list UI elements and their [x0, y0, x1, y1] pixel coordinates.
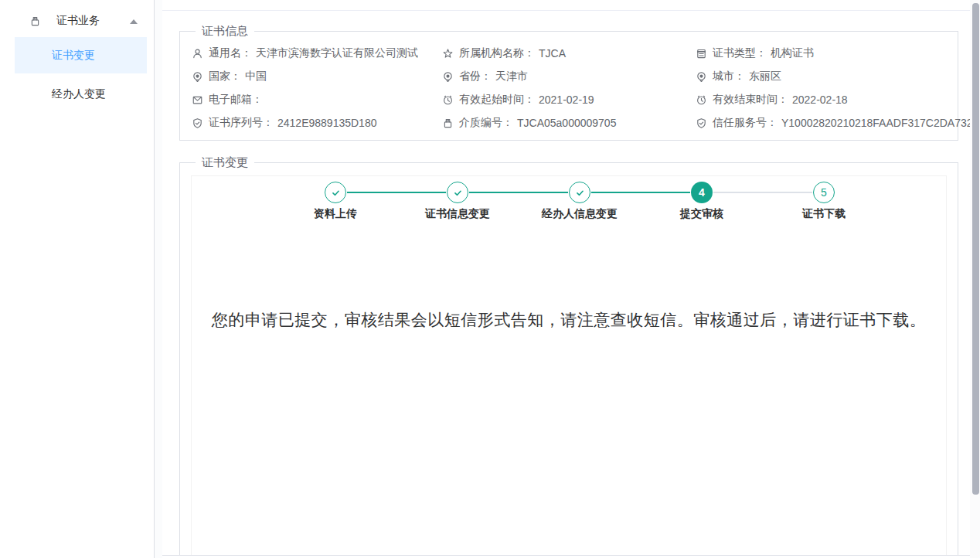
field-label: 城市：	[713, 70, 745, 83]
field-label: 信任服务号：	[713, 116, 778, 130]
field-label: 证书类型：	[713, 46, 767, 60]
step-content-box: 资料上传 证书信息变更 经办人信息变更	[191, 175, 947, 556]
sidebar-item-cert-change[interactable]: 证书变更	[15, 37, 147, 73]
memo-icon	[696, 48, 707, 60]
step-agent-info-change: 经办人信息变更	[519, 182, 641, 221]
step-number-badge: 4	[691, 182, 713, 203]
step-label: 提交审核	[680, 207, 723, 221]
cert-info-grid: 通用名： 天津市滨海数字认证有限公司测试 所属机构名称： TJCA 证书类型： …	[180, 39, 958, 134]
vertical-scrollbar-thumb[interactable]	[972, 3, 979, 495]
field-value: 机构证书	[771, 46, 814, 60]
field-value: 2412E9889135D180	[277, 117, 376, 129]
field-label: 所属机构名称：	[459, 46, 535, 60]
field-value: 天津市滨海数字认证有限公司测试	[256, 46, 418, 60]
submit-result-message: 您的申请已提交，审核结果会以短信形式告知，请注意查收短信。审核通过后，请进行证书…	[192, 309, 946, 331]
clock-icon	[696, 94, 707, 106]
mail-icon	[192, 94, 203, 106]
step-done-icon	[325, 182, 346, 203]
field-value: Y10002820210218FAADF317C2DA7326	[781, 117, 971, 129]
field-value: 中国	[245, 70, 267, 83]
field-serial-number: 证书序列号： 2412E9889135D180	[192, 111, 442, 134]
field-label: 证书序列号：	[209, 116, 274, 130]
cert-change-legend: 证书变更	[196, 155, 254, 170]
sidebar-group-cert-business[interactable]: 证书业务	[0, 7, 154, 35]
step-label: 证书下载	[802, 207, 846, 221]
step-label: 经办人信息变更	[542, 207, 618, 221]
field-label: 电子邮箱：	[209, 93, 263, 107]
field-label: 省份：	[459, 70, 492, 83]
usb-icon	[442, 117, 454, 129]
cert-info-legend: 证书信息	[196, 24, 254, 39]
vertical-scrollbar-track[interactable]	[970, 0, 980, 558]
sidebar-item-label: 证书变更	[52, 49, 95, 63]
progress-stepper: 资料上传 证书信息变更 经办人信息变更	[274, 182, 885, 221]
usb-icon	[29, 15, 41, 27]
step-upload: 资料上传	[274, 182, 396, 221]
user-icon	[192, 48, 203, 60]
sidebar-group-label: 证书业务	[56, 14, 100, 28]
step-done-icon	[447, 182, 468, 203]
location-pin-icon	[696, 71, 707, 83]
star-icon	[442, 48, 454, 60]
field-value: 天津市	[495, 70, 528, 83]
step-cert-info-change: 证书信息变更	[396, 182, 519, 221]
clock-icon	[442, 94, 454, 106]
field-city: 城市： 东丽区	[696, 65, 971, 88]
field-email: 电子邮箱：	[192, 88, 442, 111]
field-media-number: 介质编号： TJCA05a000009705	[442, 111, 696, 134]
content-gap	[155, 0, 162, 558]
step-submit-review: 4 提交审核	[641, 182, 763, 221]
shield-check-icon	[192, 117, 203, 129]
cert-info-section: 证书信息 通用名： 天津市滨海数字认证有限公司测试 所属机构名称： TJCA	[179, 24, 958, 141]
sidebar-item-agent-change[interactable]: 经办人变更	[15, 76, 147, 112]
step-done-icon	[569, 182, 590, 203]
step-label: 资料上传	[314, 207, 357, 221]
field-cert-type: 证书类型： 机构证书	[696, 42, 971, 65]
field-trust-service-number: 信任服务号： Y10002820210218FAADF317C2DA7326	[696, 111, 971, 134]
field-value: TJCA	[539, 47, 566, 60]
field-label: 有效结束时间：	[713, 93, 788, 107]
field-org-name: 所属机构名称： TJCA	[442, 42, 696, 65]
sidebar: 证书业务 证书变更 经办人变更	[0, 0, 155, 558]
field-value: 东丽区	[749, 70, 781, 83]
chevron-up-icon[interactable]	[130, 19, 138, 24]
field-value: 2021-02-19	[539, 94, 594, 106]
location-pin-icon	[442, 71, 454, 83]
field-label: 有效起始时间：	[459, 93, 535, 107]
field-province: 省份： 天津市	[442, 65, 696, 88]
shield-check-icon	[696, 117, 707, 129]
step-number-badge: 5	[813, 182, 835, 203]
location-pin-icon	[192, 71, 203, 83]
field-country: 国家： 中国	[192, 65, 442, 88]
main-panel: 证书信息 通用名： 天津市滨海数字认证有限公司测试 所属机构名称： TJCA	[162, 10, 971, 556]
field-value: 2022-02-18	[792, 94, 848, 106]
field-label: 介质编号：	[459, 116, 513, 130]
field-common-name: 通用名： 天津市滨海数字认证有限公司测试	[192, 42, 442, 65]
step-label: 证书信息变更	[425, 207, 490, 221]
sidebar-item-label: 经办人变更	[52, 87, 106, 101]
field-label: 通用名：	[209, 46, 252, 60]
field-valid-from: 有效起始时间： 2021-02-19	[442, 88, 696, 111]
field-label: 国家：	[209, 70, 241, 83]
cert-change-section: 证书变更 资料上传 证书信息变更	[179, 155, 958, 556]
field-value: TJCA05a000009705	[517, 117, 616, 129]
field-valid-to: 有效结束时间： 2022-02-18	[696, 88, 971, 111]
step-cert-download: 5 证书下载	[763, 182, 885, 221]
